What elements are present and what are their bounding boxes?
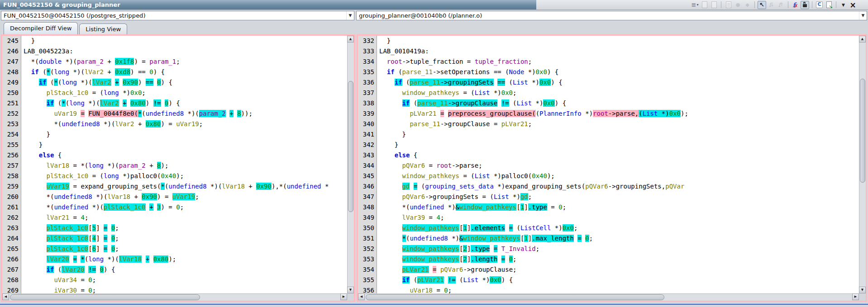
code-line[interactable]: plStack_1c0 = (long *)palloc0(0x40); bbox=[21, 171, 347, 181]
code-line[interactable]: *(undefined *)(plStack_1c0 + 3) = 0; bbox=[21, 202, 347, 213]
code-line[interactable]: if (lVar20 != 0) { bbox=[21, 264, 347, 275]
code-line[interactable]: plStack_1c0[4] = 0; bbox=[21, 233, 347, 244]
code-line[interactable]: parse_11->groupClause = pLVar21; bbox=[377, 119, 859, 129]
code-line[interactable]: pLVar21 = preprocess_groupclause((Planne… bbox=[377, 109, 859, 119]
code-line[interactable]: root->tuple_fraction = tuple_fraction; bbox=[377, 57, 859, 67]
scrollbar-thumb[interactable] bbox=[366, 294, 664, 300]
vertical-scrollbar[interactable]: ▲ ▼ bbox=[859, 36, 866, 293]
code-line[interactable]: } bbox=[377, 36, 859, 46]
code-line[interactable]: window_pathkeys = (List *)0x0; bbox=[377, 88, 859, 98]
line-number: 344 bbox=[358, 161, 377, 171]
line-number: 338 bbox=[358, 98, 377, 109]
code-line[interactable]: lVar20 = *(long *)(lVar18 + 0x80); bbox=[21, 254, 347, 264]
chevron-down-icon[interactable]: ▼ bbox=[859, 11, 867, 20]
line-number: 354 bbox=[358, 264, 377, 275]
code-line[interactable]: uVar19 = expand_grouping_sets(*(undefine… bbox=[21, 181, 347, 192]
code-line[interactable]: } bbox=[21, 140, 347, 150]
code-line[interactable]: *(undefined *)&window_pathkeys[1].type =… bbox=[377, 202, 859, 213]
code-line[interactable]: *(undefined8 *)&window_pathkeys[1].max_l… bbox=[377, 233, 859, 244]
code-line[interactable]: pQVar6->groupingSets = (List *)gd; bbox=[377, 192, 859, 202]
code-line[interactable]: else { bbox=[21, 150, 347, 161]
code-line[interactable]: uVar19 = FUN_0044f8e0(*(undefined8 *)(pa… bbox=[21, 109, 347, 119]
code-line[interactable]: pLVar21 = pQVar6->groupClause; bbox=[377, 264, 859, 275]
line-number: 352 bbox=[358, 244, 377, 254]
function-selector-left[interactable]: FUN_00452150@00452150 (/postgres_strippe… bbox=[1, 11, 354, 20]
scroll-down-arrow-icon[interactable]: ▼ bbox=[859, 287, 866, 293]
code-line[interactable]: pQVar6 = root->parse; bbox=[377, 161, 859, 171]
code-line[interactable]: gd = (grouping_sets_data *)expand_groupi… bbox=[377, 181, 859, 192]
toolbar-separator bbox=[836, 1, 836, 8]
code-line[interactable]: window_pathkeys[2].type = T_Invalid; bbox=[377, 244, 859, 254]
scroll-up-arrow-icon[interactable]: ▲ bbox=[859, 36, 866, 43]
toolbar: ≡▾●◆↖f↓f↑f✗C↘▼× bbox=[536, 0, 868, 9]
line-number: 246 bbox=[2, 46, 21, 57]
cursor-select-icon[interactable]: ↖ bbox=[758, 1, 766, 9]
horizontal-scrollbar[interactable]: ◀ ▶ bbox=[2, 293, 347, 301]
c-source-icon[interactable]: C bbox=[815, 1, 824, 9]
scroll-down-arrow-icon[interactable]: ▼ bbox=[347, 287, 354, 293]
toolbar-separator bbox=[721, 1, 721, 8]
code-line[interactable]: if (pLVar21 != (List *)0x0) { bbox=[377, 275, 859, 285]
code-line[interactable]: *(undefined8 *)(lVar2 + 0x80) = uVar19; bbox=[21, 119, 347, 129]
remove-function-icon[interactable]: f✗ bbox=[791, 1, 800, 9]
code-line[interactable]: *(undefined8 *)(lVar18 + 0x90) = uVar19; bbox=[21, 192, 347, 202]
code-line[interactable]: if (*(long *)(lVar2 + 0x90) == 0) { bbox=[21, 77, 347, 88]
scroll-right-arrow-icon[interactable]: ▶ bbox=[340, 293, 347, 300]
scrollbar-thumb[interactable] bbox=[860, 79, 865, 183]
code-line[interactable]: if (parse_11->setOperations == (Node *)0… bbox=[377, 67, 859, 77]
line-number: 339 bbox=[358, 109, 377, 119]
code-line[interactable]: } bbox=[21, 36, 347, 46]
code-line[interactable]: plStack_1c0[5] = 0; bbox=[21, 223, 347, 233]
snapshot-list-icon[interactable]: ≡▾ bbox=[691, 1, 699, 9]
code-line[interactable]: *(double *)(param_2 + 0x1f8) = param_1; bbox=[21, 57, 347, 67]
code-line[interactable]: } bbox=[377, 129, 859, 140]
code-line[interactable]: window_pathkeys = (List *)palloc0(0x40); bbox=[377, 171, 859, 181]
function-selector-right[interactable]: grouping_planner@001040b0 (/planner.o) ▼ bbox=[356, 11, 867, 20]
tab-decompiler-diff-view[interactable]: Decompiler Diff View bbox=[4, 22, 78, 34]
panel-menu-caret-icon[interactable]: ▼ bbox=[839, 1, 848, 9]
code-line[interactable]: lVar18 = *(long *)(param_2 + 8); bbox=[21, 161, 347, 171]
code-line[interactable]: lVar39 = 4; bbox=[377, 213, 859, 223]
code-line[interactable]: plStack_1c0 = (long *)0x0; bbox=[21, 88, 347, 98]
window-title: FUN_00452150 & grouping_planner bbox=[0, 0, 536, 9]
line-number: 262 bbox=[2, 213, 21, 223]
code-line[interactable]: LAB_0010419a: bbox=[377, 46, 859, 57]
scrollbar-thumb[interactable] bbox=[10, 294, 200, 300]
line-number: 335 bbox=[358, 67, 377, 77]
code-line[interactable]: window_pathkeys[1].elements = (ListCell … bbox=[377, 223, 859, 233]
lock-scroll-icon[interactable] bbox=[801, 1, 809, 9]
scroll-right-arrow-icon[interactable]: ▶ bbox=[852, 293, 859, 300]
code-line[interactable]: if (parse_11->groupClause != (List *)0x0… bbox=[377, 98, 859, 109]
chevron-down-icon[interactable]: ▼ bbox=[346, 11, 354, 20]
code-line[interactable]: plStack_1c0[6] = 0; bbox=[21, 244, 347, 254]
line-number: 343 bbox=[358, 150, 377, 161]
line-number: 245 bbox=[2, 36, 21, 46]
line-number: 248 bbox=[2, 67, 21, 77]
close-panel-icon[interactable]: × bbox=[849, 1, 857, 9]
code-line[interactable]: uVar34 = 0; bbox=[21, 275, 347, 285]
code-line[interactable]: uVar18 = 0; bbox=[377, 285, 859, 293]
code-line[interactable]: LAB_0045223a: bbox=[21, 46, 347, 57]
scrollbar-thumb[interactable] bbox=[348, 81, 353, 212]
export-page-icon[interactable]: ↘ bbox=[825, 1, 833, 9]
line-number: 345 bbox=[358, 171, 377, 181]
code-line[interactable]: if (*(long *)(lVar2 + 0xd8) == 0) { bbox=[21, 67, 347, 77]
code-view[interactable]: }LAB_0045223a: *(double *)(param_2 + 0x1… bbox=[21, 36, 347, 293]
code-line[interactable]: if (parse_11->groupingSets == (List *)0x… bbox=[377, 77, 859, 88]
scroll-left-arrow-icon[interactable]: ◀ bbox=[2, 293, 9, 300]
code-line[interactable]: else { bbox=[377, 150, 859, 161]
line-number: 264 bbox=[2, 233, 21, 244]
horizontal-scrollbar[interactable]: ◀ ▶ bbox=[358, 293, 859, 301]
line-number: 342 bbox=[358, 140, 377, 150]
code-line[interactable]: iVar30 = 0; bbox=[21, 285, 347, 293]
code-view[interactable]: }LAB_0010419a: root->tuple_fraction = tu… bbox=[377, 36, 859, 293]
scroll-up-arrow-icon[interactable]: ▲ bbox=[347, 36, 354, 43]
code-line[interactable]: window_pathkeys[2].length = 0; bbox=[377, 254, 859, 264]
vertical-scrollbar[interactable]: ▲ ▼ bbox=[347, 36, 354, 293]
code-line[interactable]: } bbox=[377, 140, 859, 150]
code-line[interactable]: } bbox=[21, 129, 347, 140]
code-line[interactable]: lVar21 = 4; bbox=[21, 213, 347, 223]
tab-listing-view[interactable]: Listing View bbox=[79, 24, 127, 34]
scroll-left-arrow-icon[interactable]: ◀ bbox=[358, 293, 365, 300]
code-line[interactable]: if (*(long *)(lVar2 + 0x80) != 0) { bbox=[21, 98, 347, 109]
